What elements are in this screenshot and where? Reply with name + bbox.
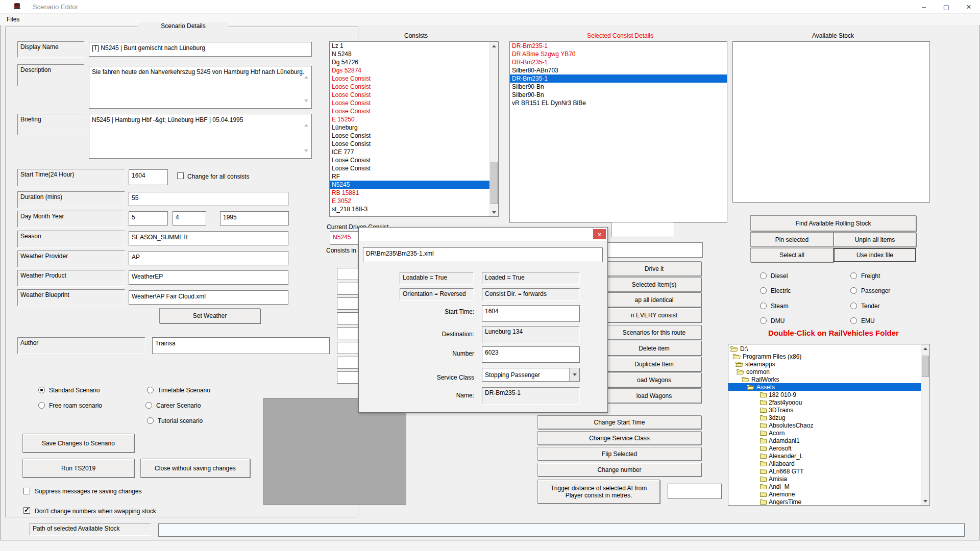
run-ts2019-button[interactable]: Run TS2019 — [22, 459, 134, 478]
list-item[interactable]: Loose Consist — [330, 99, 489, 107]
scroll-up-icon[interactable] — [490, 42, 498, 50]
dont-change-numbers-checkbox[interactable] — [23, 507, 30, 514]
dialog-file-path-input[interactable]: DR\Bm235\Bm235-1.xml — [363, 247, 603, 262]
list-item[interactable]: DR-Bm235-1 — [510, 58, 727, 66]
save-changes-button[interactable]: Save Changes to Scenario — [22, 434, 134, 453]
season-input[interactable]: SEASON_SUMMER — [129, 231, 288, 245]
folder-item[interactable]: Adamdani1 — [728, 437, 921, 444]
day-input[interactable]: 5 — [129, 211, 168, 226]
folder-item[interactable]: Amisia — [728, 475, 921, 483]
available-stock-list[interactable] — [732, 41, 930, 203]
folder-item[interactable]: 182 010-9 — [728, 391, 921, 398]
maximize-button[interactable]: ▢ — [935, 0, 958, 13]
folder-item[interactable]: 2fast4yooou — [728, 398, 921, 406]
emu-radio[interactable] — [850, 317, 857, 324]
folder-item[interactable]: D:\ — [728, 345, 921, 353]
pin-selected-button[interactable]: Pin selected — [750, 232, 834, 247]
list-item[interactable]: Silber90-Bn — [510, 83, 727, 91]
list-item[interactable]: Loose Consist — [330, 107, 489, 115]
scrollbar-thumb[interactable] — [491, 162, 498, 204]
list-item[interactable]: Loose Consist — [330, 83, 489, 91]
consist-name-field[interactable] — [611, 222, 674, 237]
list-item[interactable]: RB 15881 — [330, 189, 489, 197]
folder-item[interactable]: Allaboard — [728, 460, 921, 467]
list-item[interactable]: Dgs 52874 — [330, 66, 489, 74]
folder-item[interactable]: common — [728, 368, 921, 375]
scroll-up-icon[interactable] — [304, 69, 308, 76]
title-bar[interactable]: Scenario Editor – ▢ ✕ — [0, 0, 980, 14]
scroll-down-icon[interactable] — [304, 102, 308, 109]
selected-consist-list[interactable]: DR-Bm235-1DR ABme Szgwg YB70DR-Bm235-1Si… — [509, 41, 727, 223]
list-item[interactable]: E 15250 — [330, 115, 489, 123]
change-start-time-button[interactable]: Change Start Time — [537, 415, 701, 429]
folder-item[interactable]: Programm Files (x86) — [728, 353, 921, 360]
folder-tree[interactable]: D:\Programm Files (x86)steamappscommonRa… — [728, 344, 930, 506]
list-item[interactable]: st_218 168-3 — [330, 205, 489, 213]
consists-scrollbar[interactable] — [489, 42, 498, 216]
list-item[interactable]: Lz 1 — [330, 42, 489, 50]
close-button[interactable]: ✕ — [958, 0, 980, 13]
minimize-button[interactable]: – — [913, 0, 935, 13]
change-service-class-button[interactable]: Change Service Class — [537, 431, 701, 445]
list-item[interactable]: Loose Consist — [330, 140, 489, 148]
select-all-button[interactable]: Select all — [750, 248, 834, 262]
list-item[interactable]: E 3052 — [330, 197, 489, 205]
display-name-input[interactable]: [T] N5245 | Bunt gemischt nach Lüneburg — [89, 42, 312, 57]
trigger-distance-button[interactable]: Trigger distance of selected AI from Pla… — [537, 480, 660, 504]
dialog-start-time-input[interactable]: 1604 — [482, 305, 580, 322]
scroll-down-icon[interactable] — [490, 208, 498, 216]
list-item[interactable]: Loose Consist — [330, 91, 489, 99]
weather-product-input[interactable]: WeatherEP — [129, 270, 288, 285]
scroll-down-icon[interactable] — [921, 497, 929, 505]
list-item[interactable]: DR ABme Szgwg YB70 — [510, 50, 727, 58]
use-index-file-button[interactable]: Use index file — [834, 248, 916, 262]
close-without-saving-button[interactable]: Close without saving changes — [140, 459, 250, 478]
folder-item[interactable]: AngersTime — [728, 498, 921, 506]
duration-input[interactable]: 55 — [129, 192, 288, 206]
unpin-all-items-button[interactable]: Unpin all items — [834, 232, 916, 247]
folder-item[interactable]: AbsolutesChaoz — [728, 421, 921, 429]
list-item[interactable]: RF — [330, 172, 489, 181]
trigger-distance-input[interactable] — [668, 484, 722, 499]
folder-item[interactable]: Alexander_L — [728, 452, 921, 460]
weather-blueprint-input[interactable]: Weather\AP Fair Cloud.xml — [129, 290, 288, 305]
electric-radio[interactable] — [760, 287, 767, 294]
dmu-radio[interactable] — [760, 317, 767, 324]
folder-item[interactable]: Assets — [728, 383, 921, 391]
freight-radio[interactable] — [850, 272, 857, 279]
start-time-input[interactable]: 1604 — [129, 169, 168, 185]
list-item[interactable]: vR BR151 EL DynNr3 BlBe — [510, 99, 727, 107]
folder-item[interactable]: steamapps — [728, 360, 921, 368]
list-item[interactable]: Lüneburg — [330, 123, 489, 132]
change-number-button[interactable]: Change number — [537, 463, 701, 477]
list-item[interactable]: Silber90-Bn — [510, 91, 727, 99]
tutorial-scenario-radio[interactable] — [147, 417, 154, 424]
change-all-consists-checkbox[interactable] — [177, 172, 184, 179]
career-scenario-radio[interactable] — [145, 402, 152, 409]
folder-item[interactable]: Anemone — [728, 490, 921, 498]
folder-item[interactable]: Acorn — [728, 429, 921, 437]
list-item[interactable]: N5245 — [330, 181, 489, 189]
scroll-up-icon[interactable] — [304, 117, 308, 124]
description-input[interactable]: Sie fahren heute den Nahverkehrszug 5245… — [89, 66, 312, 109]
set-weather-button[interactable]: Set Weather — [159, 308, 260, 323]
chevron-down-icon[interactable] — [569, 368, 579, 381]
suppress-messages-checkbox[interactable] — [23, 488, 30, 494]
folder-tree-scrollbar[interactable] — [921, 344, 929, 505]
list-item[interactable]: DR-Bm235-1 — [510, 74, 727, 83]
list-item[interactable]: Loose Consist — [330, 156, 489, 164]
find-rolling-stock-button[interactable]: Find Available Rolling Stock — [750, 215, 916, 231]
list-item[interactable]: Dg 54726 — [330, 58, 489, 66]
list-item[interactable]: Loose Consist — [330, 74, 489, 83]
flip-selected-button[interactable]: Flip Selected — [537, 447, 701, 461]
folder-item[interactable]: Aerosoft — [728, 444, 921, 452]
scroll-up-icon[interactable] — [921, 344, 929, 353]
path-available-stock-input[interactable] — [158, 523, 965, 537]
dialog-close-button[interactable]: x — [593, 229, 606, 239]
list-item[interactable]: N 5248 — [330, 50, 489, 58]
steam-radio[interactable] — [760, 303, 767, 309]
list-item[interactable]: ICE 777 — [330, 148, 489, 156]
tender-radio[interactable] — [850, 303, 857, 309]
briefing-input[interactable]: N5245 | Hamburg Hbf -&gt; Lüneburg HBF |… — [89, 114, 312, 159]
folder-item[interactable]: Andi_M — [728, 483, 921, 490]
